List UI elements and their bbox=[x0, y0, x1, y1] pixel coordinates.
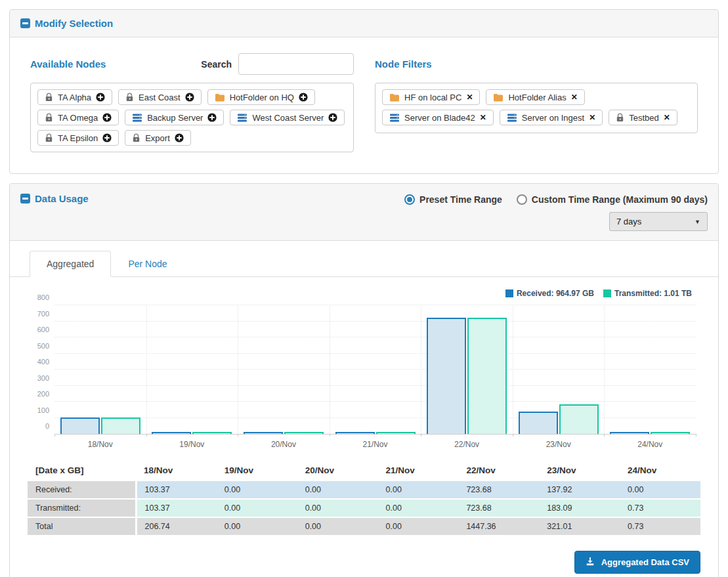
transmitted-bar[interactable] bbox=[559, 404, 599, 434]
table-cell: 0.73 bbox=[620, 499, 700, 517]
panel-title-text: Modify Selection bbox=[35, 18, 113, 29]
remove-node-icon[interactable]: ✕ bbox=[466, 93, 473, 102]
table-cell: 723.68 bbox=[458, 481, 539, 499]
table-cell: 723.68 bbox=[458, 499, 539, 517]
y-axis-tick-label: 500 bbox=[37, 342, 49, 350]
add-node-icon[interactable] bbox=[96, 93, 105, 102]
aggregated-data-csv-button[interactable]: Aggregated Data CSV bbox=[574, 551, 700, 574]
tab-aggregated[interactable]: Aggregated bbox=[30, 251, 111, 277]
folder-icon bbox=[493, 93, 503, 102]
preset-time-range-label: Preset Time Range bbox=[419, 194, 502, 205]
received-bar[interactable] bbox=[244, 432, 283, 434]
data-usage-tabs: Aggregated Per Node bbox=[10, 251, 718, 277]
y-axis-tick-label: 0 bbox=[45, 422, 49, 430]
add-node-icon[interactable] bbox=[175, 133, 184, 142]
node-chip[interactable]: Testbed✕ bbox=[609, 110, 677, 125]
table-cell: 103.37 bbox=[136, 481, 217, 499]
x-axis-tick bbox=[696, 434, 696, 437]
node-chip[interactable]: West Coast Server bbox=[230, 110, 345, 125]
received-bar[interactable] bbox=[519, 412, 558, 434]
search-label: Search bbox=[201, 59, 232, 70]
chart-plot-area: 0100200300400500600700800 bbox=[54, 306, 696, 435]
x-axis-tick bbox=[146, 434, 147, 437]
table-cell: 0.00 bbox=[378, 517, 459, 535]
chart-category-23-Nov bbox=[513, 306, 605, 434]
x-axis-label: 19/Nov bbox=[146, 440, 238, 449]
lock-icon bbox=[132, 133, 140, 142]
table-corner-header: [Date x GB] bbox=[28, 461, 136, 481]
node-chip-label: TA Omega bbox=[58, 113, 98, 123]
data-usage-title: Data Usage bbox=[20, 193, 89, 204]
received-bar[interactable] bbox=[60, 417, 100, 434]
add-node-icon[interactable] bbox=[102, 113, 112, 122]
remove-node-icon[interactable]: ✕ bbox=[571, 93, 578, 102]
add-node-icon[interactable] bbox=[207, 113, 217, 122]
table-cell: 137.92 bbox=[539, 481, 620, 499]
add-node-icon[interactable] bbox=[102, 133, 112, 142]
modify-selection-panel: Modify Selection Available Nodes Search … bbox=[9, 9, 719, 174]
transmitted-bar[interactable] bbox=[284, 432, 324, 434]
preset-time-range-option[interactable]: Preset Time Range bbox=[404, 194, 502, 205]
transmitted-bar[interactable] bbox=[101, 417, 140, 434]
node-chip[interactable]: Export bbox=[125, 130, 191, 146]
collapse-icon[interactable] bbox=[20, 194, 30, 203]
table-column-header: 23/Nov bbox=[539, 461, 620, 481]
node-chip[interactable]: TA Epsilon bbox=[37, 130, 119, 146]
node-chip[interactable]: East Coast bbox=[118, 89, 202, 105]
transmitted-bar[interactable] bbox=[376, 432, 416, 434]
table-column-header: 24/Nov bbox=[620, 461, 700, 481]
received-bar[interactable] bbox=[335, 432, 375, 434]
transmitted-bar[interactable] bbox=[467, 318, 507, 434]
add-node-icon[interactable] bbox=[185, 93, 194, 102]
transmitted-bar[interactable] bbox=[192, 432, 232, 434]
chart-category-18-Nov bbox=[54, 306, 146, 434]
node-chip[interactable]: HF on local PC✕ bbox=[382, 89, 480, 105]
node-chip[interactable]: TA Alpha bbox=[37, 89, 112, 105]
remove-node-icon[interactable]: ✕ bbox=[480, 113, 486, 122]
table-cell: 206.74 bbox=[136, 517, 217, 535]
received-bar[interactable] bbox=[610, 432, 649, 434]
node-chip[interactable]: HotFolder on HQ bbox=[207, 89, 315, 105]
node-chip[interactable]: HotFolder Alias✕ bbox=[486, 89, 584, 105]
time-range-select[interactable]: 7 days ▼ bbox=[609, 212, 708, 231]
table-row: Transmitted:103.370.000.000.00723.68183.… bbox=[28, 499, 700, 517]
custom-time-range-option[interactable]: Custom Time Range (Maximum 90 days) bbox=[517, 194, 708, 205]
node-chip[interactable]: TA Omega bbox=[37, 110, 119, 125]
csv-button-label: Aggregated Data CSV bbox=[601, 557, 689, 567]
collapse-icon[interactable] bbox=[20, 18, 30, 28]
node-chip[interactable]: Backup Server bbox=[125, 110, 224, 125]
available-nodes-column: Available Nodes Search TA AlphaEast Coas… bbox=[30, 53, 354, 152]
node-chip-label: HotFolder on HQ bbox=[230, 93, 294, 102]
remove-node-icon[interactable]: ✕ bbox=[664, 113, 670, 122]
table-column-header: 20/Nov bbox=[297, 461, 378, 481]
x-axis-tick bbox=[238, 434, 238, 437]
node-chip-label: TA Epsilon bbox=[58, 133, 98, 143]
x-axis-label: 23/Nov bbox=[513, 440, 605, 449]
remove-node-icon[interactable]: ✕ bbox=[589, 113, 595, 122]
tab-per-node[interactable]: Per Node bbox=[111, 251, 184, 277]
table-cell: 0.00 bbox=[217, 499, 297, 517]
table-cell: 0.00 bbox=[620, 481, 700, 499]
node-chip-label: TA Alpha bbox=[58, 93, 91, 102]
y-axis-tick-label: 400 bbox=[37, 358, 49, 366]
transmitted-bar[interactable] bbox=[651, 432, 690, 434]
modify-selection-title: Modify Selection bbox=[20, 18, 113, 29]
node-chip[interactable]: Server on Ingest✕ bbox=[500, 110, 603, 125]
table-cell: 0.00 bbox=[297, 481, 378, 499]
node-chip-label: West Coast Server bbox=[252, 113, 324, 123]
node-chip[interactable]: Server on Blade42✕ bbox=[382, 110, 494, 125]
add-node-icon[interactable] bbox=[299, 93, 308, 102]
y-axis-tick-label: 300 bbox=[37, 374, 49, 382]
table-cell: 103.37 bbox=[136, 499, 217, 517]
legend-swatch bbox=[505, 289, 513, 297]
received-bar[interactable] bbox=[427, 318, 466, 434]
received-bar[interactable] bbox=[152, 432, 191, 434]
y-axis-tick-label: 600 bbox=[37, 326, 49, 333]
add-node-icon[interactable] bbox=[328, 113, 337, 122]
custom-time-range-label: Custom Time Range (Maximum 90 days) bbox=[532, 194, 708, 205]
radio-preset-icon[interactable] bbox=[404, 194, 415, 205]
lock-icon bbox=[616, 113, 624, 122]
radio-custom-icon[interactable] bbox=[517, 194, 527, 205]
search-input[interactable] bbox=[238, 53, 354, 75]
chart-category-24-Nov bbox=[604, 306, 696, 434]
